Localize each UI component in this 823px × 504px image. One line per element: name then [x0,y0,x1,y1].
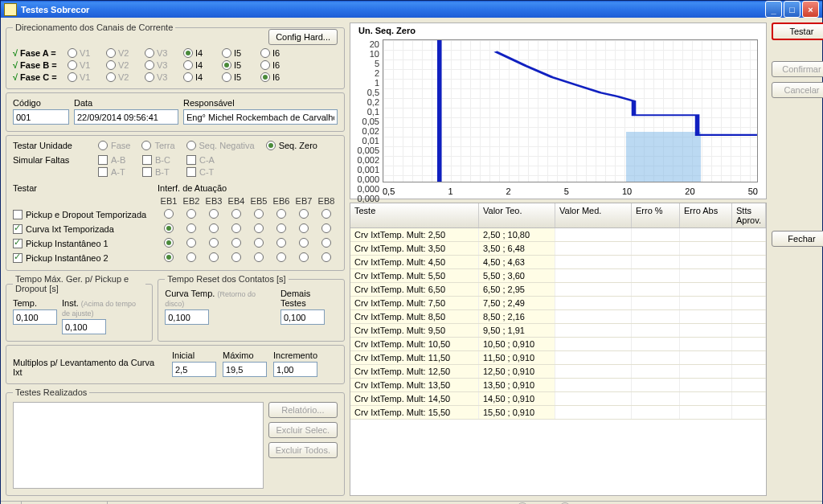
eb-radio[interactable] [299,252,309,262]
phase-radio[interactable] [222,72,231,82]
eb-radio[interactable] [186,252,196,262]
incremento-input[interactable] [273,362,317,377]
table-body[interactable]: Crv IxtTemp. Mult: 2,502,50 ; 10,80Crv I… [350,228,766,495]
temp-input[interactable] [13,309,57,325]
eb-radio[interactable] [164,223,174,233]
unit-radio[interactable] [266,141,276,150]
test-row-check[interactable] [13,224,23,234]
eb-radio[interactable] [209,223,219,233]
eb-radio[interactable] [254,238,264,248]
phase-radio[interactable] [183,72,193,82]
eb-radio[interactable] [231,223,241,233]
table-row[interactable]: Crv IxtTemp. Mult: 13,5013,50 ; 0,910 [350,379,766,392]
table-row[interactable]: Crv IxtTemp. Mult: 8,508,50 ; 2,16 [350,310,766,324]
eb-radio[interactable] [254,252,264,262]
phase-radio[interactable] [183,48,193,58]
phase-radio[interactable] [260,72,270,82]
unit-radio[interactable] [186,141,196,150]
table-header[interactable]: Erro % [632,203,680,227]
eb-radio[interactable] [209,252,219,262]
confirmar-button[interactable]: Confirmar [772,61,823,77]
codigo-input[interactable] [13,109,69,125]
unit-radio[interactable] [141,141,151,150]
phase-radio[interactable] [145,48,154,58]
responsavel-input[interactable] [183,109,338,125]
inicial-input[interactable] [172,362,216,377]
phase-radio[interactable] [106,60,116,70]
table-row[interactable]: Crv IxtTemp. Mult: 3,503,50 ; 6,48 [350,242,766,256]
eb-radio[interactable] [276,238,286,248]
excluir-selec-button[interactable]: Excluir Selec. [268,422,338,438]
eb-radio[interactable] [231,209,241,219]
table-row[interactable]: Crv IxtTemp. Mult: 2,502,50 ; 10,80 [350,228,766,242]
eb-radio[interactable] [186,223,196,233]
relatorio-button[interactable]: Relatório... [268,402,338,418]
eb-radio[interactable] [276,252,286,262]
eb-radio[interactable] [186,209,196,219]
phase-radio[interactable] [106,48,116,58]
table-header[interactable]: Valor Med. [555,203,632,227]
close-button[interactable]: × [802,1,819,18]
table-header[interactable]: Stts Aprov. [732,203,766,227]
eb-radio[interactable] [254,209,264,219]
test-row-check[interactable] [13,253,23,263]
eb-radio[interactable] [209,209,219,219]
eb-radio[interactable] [321,252,331,262]
table-row[interactable]: Crv IxtTemp. Mult: 6,506,50 ; 2,95 [350,283,766,297]
table-row[interactable]: Crv IxtTemp. Mult: 9,509,50 ; 1,91 [350,324,766,338]
testar-button[interactable]: Testar [772,23,823,40]
eb-radio[interactable] [299,209,309,219]
cancelar-button[interactable]: Cancelar [772,82,823,98]
test-row-check[interactable] [13,210,23,219]
data-input[interactable] [74,109,178,125]
fechar-button[interactable]: Fechar [772,231,823,247]
eb-radio[interactable] [164,238,174,248]
phase-radio[interactable] [260,48,270,58]
curva-input[interactable] [165,309,209,325]
phase-radio[interactable] [260,60,270,70]
demais-input[interactable] [280,309,325,325]
testes-log[interactable] [13,402,264,489]
eb-radio[interactable] [231,252,241,262]
phase-radio[interactable] [145,72,154,82]
table-row[interactable]: Crv IxtTemp. Mult: 15,5015,50 ; 0,910 [350,406,766,420]
eb-radio[interactable] [276,223,286,233]
config-hard-button[interactable]: Config Hard... [268,29,338,45]
eb-radio[interactable] [321,209,331,219]
excluir-todos-button[interactable]: Excluir Todos. [268,442,338,458]
eb-radio[interactable] [276,209,286,219]
phase-radio[interactable] [183,60,193,70]
eb-radio[interactable] [299,223,309,233]
test-row-check[interactable] [13,239,23,248]
maximo-input[interactable] [223,362,267,377]
phase-radio[interactable] [106,72,116,82]
phase-radio[interactable] [68,72,77,82]
table-row[interactable]: Crv IxtTemp. Mult: 10,5010,50 ; 0,910 [350,338,766,351]
phase-radio[interactable] [222,48,231,58]
minimize-button[interactable]: _ [765,1,782,18]
table-header[interactable]: Teste [350,203,479,227]
eb-radio[interactable] [321,223,331,233]
eb-radio[interactable] [164,252,174,262]
table-row[interactable]: Crv IxtTemp. Mult: 7,507,50 ; 2,49 [350,297,766,310]
table-row[interactable]: Crv IxtTemp. Mult: 5,505,50 ; 3,60 [350,269,766,283]
eb-radio[interactable] [209,238,219,248]
table-row[interactable]: Crv IxtTemp. Mult: 14,5014,50 ; 0,910 [350,392,766,406]
eb-radio[interactable] [299,238,309,248]
eb-radio[interactable] [321,238,331,248]
phase-radio[interactable] [145,60,154,70]
table-row[interactable]: Crv IxtTemp. Mult: 4,504,50 ; 4,63 [350,256,766,269]
eb-radio[interactable] [254,223,264,233]
inst-input[interactable] [62,319,106,334]
unit-radio[interactable] [98,141,108,150]
phase-radio[interactable] [68,60,77,70]
phase-radio[interactable] [222,60,231,70]
eb-radio[interactable] [186,238,196,248]
maximize-button[interactable]: □ [784,1,800,18]
table-header[interactable]: Erro Abs [680,203,732,227]
eb-radio[interactable] [231,238,241,248]
table-header[interactable]: Valor Teo. [479,203,555,227]
eb-radio[interactable] [164,209,174,219]
phase-radio[interactable] [68,48,77,58]
table-row[interactable]: Crv IxtTemp. Mult: 11,5011,50 ; 0,910 [350,351,766,365]
